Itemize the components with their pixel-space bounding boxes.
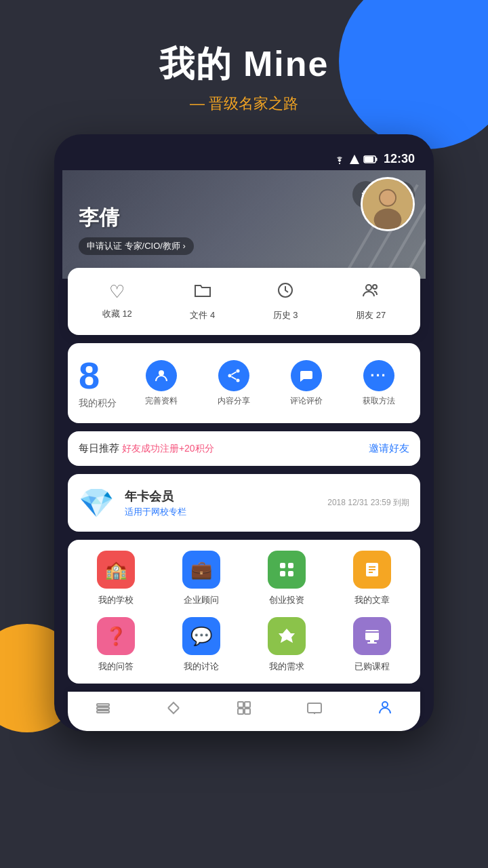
- menu-label-school: 我的学校: [98, 594, 134, 606]
- profile-cert-button[interactable]: 申请认证 专家/CIO/教师 ›: [79, 237, 194, 255]
- svg-point-14: [228, 374, 231, 377]
- action-label-3: 评论评价: [290, 395, 323, 407]
- points-actions: 完善资料 内容分享: [130, 360, 409, 407]
- courses-icon: [353, 617, 391, 655]
- consultant-icon: 💼: [182, 551, 220, 589]
- svg-marker-24: [279, 629, 295, 643]
- grid-nav-icon: [236, 700, 252, 720]
- svg-rect-28: [367, 642, 377, 644]
- complete-profile-icon: [146, 360, 177, 391]
- stat-history-label: 历史 3: [273, 309, 298, 321]
- menu-my-school[interactable]: 🏫 我的学校: [79, 551, 153, 606]
- status-time: 12:30: [384, 152, 415, 166]
- share-icon: [218, 360, 249, 391]
- menu-label-needs: 我的需求: [269, 660, 304, 673]
- profile-banner: ⚙ 💬 李倩 申请认证 专家/CIO/教师 ›: [62, 170, 426, 279]
- profile-name: 李倩: [79, 204, 409, 232]
- avatar[interactable]: [361, 177, 415, 231]
- action-share-content[interactable]: 内容分享: [218, 360, 250, 407]
- more-icon: ···: [363, 360, 394, 391]
- svg-marker-1: [350, 155, 359, 164]
- stat-friends[interactable]: 朋友 27: [356, 281, 386, 321]
- svg-rect-19: [288, 571, 293, 576]
- profile-nav-icon: [377, 700, 393, 720]
- action-label-2: 内容分享: [218, 395, 250, 407]
- menu-label-qa: 我的问答: [98, 660, 134, 673]
- action-label-4: 获取方法: [363, 395, 395, 407]
- menu-investment[interactable]: 创业投资: [249, 551, 324, 606]
- diamond-icon: 💎: [79, 486, 114, 519]
- needs-icon: [268, 617, 306, 655]
- stat-files-label: 文件 4: [190, 309, 215, 321]
- folder-icon: [194, 281, 211, 304]
- svg-point-39: [382, 702, 388, 707]
- qa-icon: ❓: [97, 617, 135, 655]
- menu-discussion[interactable]: 💬 我的讨论: [164, 617, 239, 673]
- membership-info: 年卡会员 适用于网校专栏: [125, 488, 317, 518]
- action-comment[interactable]: 评论评价: [290, 360, 323, 407]
- menu-purchased-courses[interactable]: 已购课程: [335, 617, 409, 673]
- bottom-navigation: [68, 692, 420, 731]
- svg-point-8: [380, 191, 395, 205]
- membership-subtitle: 适用于网校专栏: [125, 506, 317, 518]
- svg-rect-35: [245, 709, 250, 714]
- menu-label-courses: 已购课程: [354, 660, 390, 673]
- explore-nav-icon: [165, 700, 182, 720]
- status-icons: [333, 155, 378, 164]
- nav-home[interactable]: [95, 700, 111, 720]
- menu-articles[interactable]: 我的文章: [335, 551, 409, 606]
- page-title: 我的 Mine: [0, 41, 488, 88]
- svg-point-10: [366, 285, 371, 290]
- svg-point-7: [374, 208, 402, 231]
- nav-profile[interactable]: [377, 700, 393, 720]
- clock-icon: [277, 281, 294, 304]
- stat-files[interactable]: 文件 4: [190, 281, 215, 321]
- svg-rect-30: [97, 707, 109, 709]
- stat-friends-label: 朋友 27: [356, 309, 386, 321]
- svg-rect-33: [245, 702, 250, 707]
- nav-explore[interactable]: [165, 700, 182, 720]
- membership-card[interactable]: 💎 年卡会员 适用于网校专栏 2018 12/31 23:59 到期: [68, 474, 420, 532]
- signal-icon: [350, 155, 359, 164]
- daily-prefix: 每日推荐: [79, 442, 119, 454]
- daily-recommendation-card: 每日推荐 好友成功注册+20积分 邀请好友: [68, 431, 420, 466]
- svg-point-11: [373, 285, 377, 289]
- heart-icon: ♡: [109, 281, 125, 302]
- svg-point-13: [236, 369, 239, 372]
- nav-tv[interactable]: [306, 700, 323, 720]
- action-more[interactable]: ··· 获取方法: [363, 360, 395, 407]
- daily-highlight: 好友成功注册+20积分: [119, 443, 214, 454]
- svg-rect-17: [288, 563, 293, 568]
- menu-label-investment: 创业投资: [269, 594, 304, 606]
- invite-button[interactable]: 邀请好友: [369, 442, 409, 455]
- stat-favorites[interactable]: ♡ 收藏 12: [102, 281, 132, 321]
- points-info: 8 我的积分: [79, 357, 117, 410]
- svg-rect-3: [365, 157, 373, 162]
- svg-rect-18: [280, 571, 285, 576]
- points-number: 8: [79, 357, 117, 395]
- investment-icon: [268, 551, 306, 589]
- home-nav-icon: [95, 700, 111, 720]
- phone-mockup: 12:30 ⚙ 💬 李倩 申请认证 专家/CIO/教师 ›: [54, 134, 434, 731]
- school-icon: 🏫: [97, 551, 135, 589]
- points-label: 我的积分: [79, 397, 117, 410]
- menu-label-articles: 我的文章: [354, 594, 390, 606]
- friends-icon: [362, 281, 380, 304]
- svg-rect-31: [97, 711, 109, 713]
- action-complete-profile[interactable]: 完善资料: [145, 360, 178, 407]
- stat-history[interactable]: 历史 3: [273, 281, 298, 321]
- svg-rect-16: [280, 563, 285, 568]
- svg-rect-4: [375, 157, 378, 161]
- tv-nav-icon: [306, 700, 323, 720]
- svg-point-12: [159, 370, 164, 376]
- menu-consultant[interactable]: 💼 企业顾问: [164, 551, 239, 606]
- menu-grid: 🏫 我的学校 💼 企业顾问 创业投资: [68, 540, 420, 684]
- profile-info: 李倩 申请认证 专家/CIO/教师 ›: [79, 184, 409, 255]
- menu-qa[interactable]: ❓ 我的问答: [79, 617, 153, 673]
- membership-expire: 2018 12/31 23:59 到期: [327, 497, 409, 509]
- wifi-icon: [333, 155, 346, 164]
- nav-grid[interactable]: [236, 700, 252, 720]
- menu-label-consultant: 企业顾问: [184, 594, 219, 606]
- menu-needs[interactable]: 我的需求: [249, 617, 324, 673]
- svg-rect-32: [238, 702, 243, 707]
